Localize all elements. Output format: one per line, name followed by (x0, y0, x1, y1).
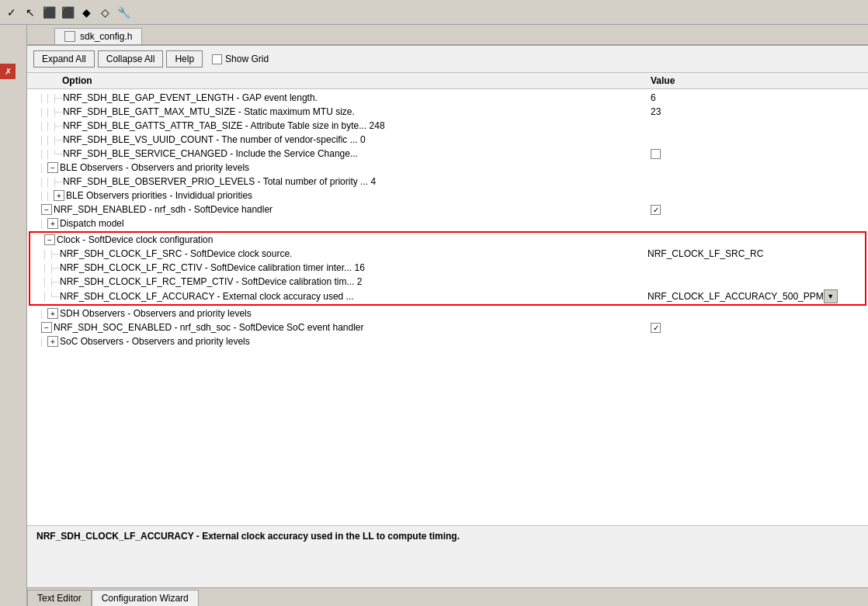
tree-line: │ (43, 293, 49, 301)
node-label: NRF_SDH_CLOCK_LF_RC_TEMP_CTIV - SoftDevi… (60, 276, 648, 287)
help-button[interactable]: Help (166, 50, 203, 68)
tree-container[interactable]: │ │ ├─ NRF_SDH_BLE_GAP_EVENT_LENGTH - GA… (27, 89, 868, 525)
node-label: BLE Observers - Observers and priority l… (60, 162, 651, 173)
expand-sdh-enabled[interactable]: − (41, 204, 52, 215)
tree-line: │ (46, 136, 52, 144)
show-grid-container: Show Grid (212, 54, 269, 64)
node-value: ✓ (651, 323, 868, 333)
collapse-all-button[interactable]: Collapse All (98, 50, 164, 68)
tree-line: │ (43, 250, 49, 258)
accuracy-dropdown-btn[interactable]: ▼ (824, 289, 838, 303)
diamond-icon[interactable]: ◆ (78, 4, 95, 21)
expand-all-button[interactable]: Expand All (33, 50, 95, 68)
tree-line: │ (40, 108, 46, 116)
show-grid-label: Show Grid (225, 54, 269, 64)
accuracy-value-text: NRF_CLOCK_LF_ACCURACY_500_PPM (648, 291, 824, 302)
check-icon[interactable]: ✓ (3, 4, 20, 21)
tree-row: │ │ └─ NRF_SDH_BLE_SERVICE_CHANGED - Inc… (27, 147, 868, 161)
show-grid-checkbox[interactable] (212, 54, 222, 64)
node-value: 6 (651, 92, 868, 103)
node-label: NRF_SDH_ENABLED - nrf_sdh - SoftDevice h… (54, 204, 651, 215)
node-label: SoC Observers - Observers and priority l… (60, 336, 651, 347)
copy-icon[interactable]: ⬛ (40, 4, 57, 21)
tree-row: − NRF_SDH_ENABLED - nrf_sdh - SoftDevice… (27, 203, 868, 216)
tree-connector: └─ (52, 150, 63, 158)
node-value: NRF_CLOCK_LF_ACCURACY_500_PPM ▼ (648, 289, 865, 303)
node-value (651, 149, 868, 159)
bug-icon[interactable]: 🔧 (115, 4, 132, 21)
tree-line: │ (40, 122, 46, 130)
file-icon (64, 31, 75, 42)
expand-soc-observers[interactable]: + (47, 336, 58, 347)
tree-row: │ ├─ NRF_SDH_CLOCK_LF_RC_TEMP_CTIV - Sof… (30, 275, 865, 289)
red-border-section: − Clock - SoftDevice clock configuration… (29, 231, 866, 306)
tree-line: │ (46, 94, 52, 102)
tree-row: │ │ + BLE Observers priorities - Invidid… (27, 189, 868, 203)
tree-line: │ (40, 192, 46, 200)
expand-ble-priorities[interactable]: + (54, 190, 64, 201)
expand-clock[interactable]: − (44, 234, 55, 245)
expand-ble-observers[interactable]: − (47, 162, 58, 173)
tab-text-editor[interactable]: Text Editor (27, 590, 92, 606)
tree-row: │ │ ├─ NRF_SDH_BLE_OBSERVER_PRIO_LEVELS … (27, 175, 868, 189)
tree-row: │ + SDH Observers - Observers and priori… (27, 306, 868, 320)
tree-row: − NRF_SDH_SOC_ENABLED - nrf_sdh_soc - So… (27, 320, 868, 334)
node-label: NRF_SDH_BLE_GATTS_ATTR_TAB_SIZE - Attrib… (63, 120, 651, 131)
tree-connector: ├─ (52, 178, 63, 186)
tab-sdk-config[interactable]: sdk_config.h (54, 28, 142, 44)
node-label: NRF_SDH_CLOCK_LF_SRC - SoftDevice clock … (60, 248, 648, 259)
bottom-tabs: Text Editor Configuration Wizard (27, 587, 868, 606)
tree-line: │ (40, 178, 46, 186)
top-toolbar: ✓ ↖ ⬛ ⬛ ◆ ◇ 🔧 (0, 0, 868, 25)
tab-bar: sdk_config.h (27, 25, 868, 46)
cursor-icon[interactable]: ↖ (22, 4, 39, 21)
node-value: NRF_CLOCK_LF_SRC_RC (648, 248, 865, 259)
tree-line: │ (40, 310, 46, 318)
node-value: ✓ (651, 205, 868, 215)
tree-line: │ (46, 150, 52, 158)
tree-connector: ├─ (52, 136, 63, 144)
tree-connector: ├─ (49, 250, 60, 258)
text-editor-tab-label: Text Editor (37, 593, 82, 604)
expand-soc-enabled[interactable]: − (41, 322, 52, 333)
tree-line: │ (40, 338, 46, 346)
tree-line: │ (46, 178, 52, 186)
tree-row: │ │ ├─ NRF_SDH_BLE_VS_UUID_COUNT - The n… (27, 133, 868, 147)
col-option-header: Option (62, 75, 651, 86)
tree-connector: └─ (49, 293, 60, 301)
wizard-content: Expand All Collapse All Help Show Grid O… (27, 46, 868, 587)
tree-line: │ (43, 278, 49, 286)
tree-line: │ (40, 220, 46, 228)
node-label: NRF_SDH_BLE_GATT_MAX_MTU_SIZE - Static m… (63, 106, 651, 117)
tree-row: │ ├─ NRF_SDH_CLOCK_LF_SRC - SoftDevice c… (30, 247, 865, 261)
soc-enabled-checkbox[interactable]: ✓ (651, 323, 661, 333)
tab-configuration-wizard[interactable]: Configuration Wizard (92, 590, 199, 606)
close-panel-button[interactable]: ✗ (0, 64, 16, 79)
node-label: NRF_SDH_BLE_SERVICE_CHANGED - Include th… (63, 148, 651, 159)
main-area: sdk_config.h Expand All Collapse All Hel… (27, 25, 868, 606)
tree-connector: ├─ (52, 108, 63, 116)
node-label: Clock - SoftDevice clock configuration (57, 234, 648, 245)
node-label: NRF_SDH_CLOCK_LF_RC_CTIV - SoftDevice ca… (60, 262, 648, 273)
tab-label: sdk_config.h (80, 31, 132, 42)
tree-row: │ ├─ NRF_SDH_CLOCK_LF_RC_CTIV - SoftDevi… (30, 261, 865, 275)
expand-sdh-observers[interactable]: + (47, 308, 58, 319)
node-label: NRF_SDH_SOC_ENABLED - nrf_sdh_soc - Soft… (54, 322, 651, 333)
node-label: BLE Observers priorities - Invididual pr… (66, 190, 651, 201)
expand-dispatch[interactable]: + (47, 218, 58, 229)
tree-row: │ └─ NRF_SDH_CLOCK_LF_ACCURACY - Externa… (30, 289, 865, 304)
paste-icon[interactable]: ⬛ (59, 4, 76, 21)
sdh-enabled-checkbox[interactable]: ✓ (651, 205, 661, 215)
tree-connector: ├─ (52, 122, 63, 130)
service-changed-checkbox[interactable] (651, 149, 661, 159)
tree-line: │ (40, 164, 46, 172)
tree-line: │ (40, 150, 46, 158)
tree-row: │ + SoC Observers - Observers and priori… (27, 334, 868, 348)
node-label: SDH Observers - Observers and priority l… (60, 308, 651, 319)
tree-row: │ │ ├─ NRF_SDH_BLE_GATT_MAX_MTU_SIZE - S… (27, 105, 868, 119)
left-panel: ✗ (0, 25, 27, 606)
tree-row: − Clock - SoftDevice clock configuration (30, 233, 865, 247)
diamond-outline-icon[interactable]: ◇ (96, 4, 113, 21)
tree-connector: ├─ (52, 94, 63, 102)
tree-line: │ (46, 122, 52, 130)
